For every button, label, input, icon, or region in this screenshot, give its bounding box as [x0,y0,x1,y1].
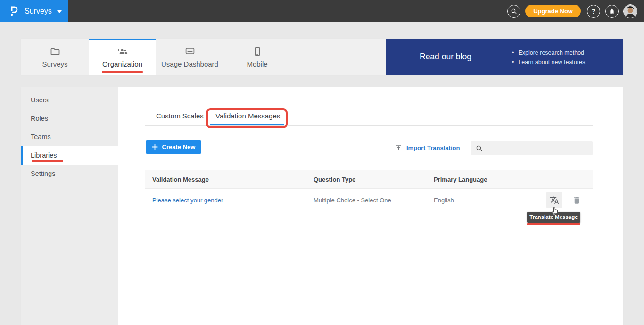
topbar: Surveys Upgrade Now ? [0,0,644,22]
organization-sidebar: Users Roles Teams Libraries Settings [21,87,118,325]
annotation-box-validation-messages [206,108,288,128]
product-menu[interactable]: Surveys [0,0,68,22]
table-row: Please select your gender Multiple Choic… [145,189,593,212]
annotation-underline-libraries [32,160,63,162]
banner-bullet: Explore research method [512,48,585,58]
user-avatar[interactable] [623,4,637,18]
tab-mobile[interactable]: Mobile [223,39,291,75]
create-new-button[interactable]: Create New [146,140,201,154]
translate-icon [550,195,559,205]
sidebar-item-libraries[interactable]: Libraries [21,146,118,165]
help-button[interactable]: ? [587,5,600,18]
dashboard-icon [184,46,196,57]
sidebar-item-label: Settings [31,170,55,177]
validation-messages-table: Validation Message Question Type Primary… [145,170,593,212]
table-header-row: Validation Message Question Type Primary… [145,170,593,189]
tab-label: Mobile [247,60,267,68]
search-icon [511,8,517,15]
sidebar-item-label: Users [31,96,49,104]
validation-message-link[interactable]: Please select your gender [152,197,314,204]
annotation-underline-tooltip [527,223,580,225]
upgrade-now-button[interactable]: Upgrade Now [525,5,581,17]
plus-icon [152,144,158,150]
secondary-nav: Surveys Organization [21,39,623,75]
tab-label: Surveys [42,60,67,68]
search-icon [476,145,483,152]
tab-surveys[interactable]: Surveys [21,39,89,75]
tab-usage-dashboard[interactable]: Usage Dashboard [156,39,223,75]
delete-button[interactable] [570,194,583,206]
main-panel: Users Roles Teams Libraries Settings Cus… [21,87,623,325]
tab-custom-scales[interactable]: Custom Scales [156,111,204,121]
mobile-icon [252,46,263,57]
annotation-underline-organization [102,71,143,73]
workspace-tabs: Surveys Organization [21,39,386,75]
banner-bullet-list: Explore research method Learn about new … [512,48,585,67]
trash-icon [572,195,581,205]
column-header: Question Type [314,176,434,183]
chevron-down-icon [57,10,62,13]
blog-banner[interactable]: Read our blog Explore research method Le… [386,39,623,75]
sidebar-item-label: Libraries [31,151,57,159]
bell-icon [609,8,615,15]
primary-language-cell: English [434,197,542,204]
search-button[interactable] [507,5,520,18]
sidebar-item-teams[interactable]: Teams [21,128,118,146]
banner-title: Read our blog [420,39,471,75]
group-add-icon [116,46,129,57]
column-header: Primary Language [434,176,542,183]
notifications-button[interactable] [605,5,619,18]
tab-label: Organization [102,60,142,68]
banner-bullet: Learn about new features [512,58,585,67]
tab-organization[interactable]: Organization [89,39,156,75]
product-menu-label: Surveys [25,7,52,16]
import-translation-label: Import Translation [406,144,460,151]
questionpro-logo-icon [10,5,18,17]
folder-icon [50,46,61,57]
cursor-pointer-icon [551,205,560,217]
column-header: Validation Message [152,176,314,183]
sidebar-item-label: Teams [31,133,51,141]
sidebar-item-settings[interactable]: Settings [21,165,118,183]
table-search [471,141,593,155]
libraries-content: Custom Scales Validation Messages Create… [118,87,623,325]
create-new-label: Create New [162,143,196,150]
sidebar-item-users[interactable]: Users [21,91,118,109]
question-type-cell: Multiple Choice - Select One [314,197,434,204]
tab-label: Usage Dashboard [161,60,218,68]
search-input[interactable] [487,141,593,155]
import-translation-link[interactable]: Import Translation [395,143,460,152]
sidebar-item-roles[interactable]: Roles [21,109,118,128]
upload-icon [395,144,402,151]
sidebar-item-label: Roles [31,115,48,122]
topbar-actions: Upgrade Now ? [507,0,637,22]
